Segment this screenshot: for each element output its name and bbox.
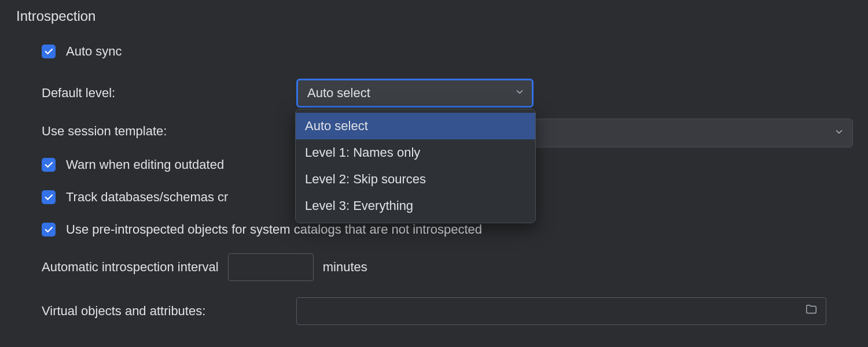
warn-outdated-checkbox[interactable] <box>42 158 56 172</box>
warn-outdated-label: Warn when editing outdated <box>66 157 224 172</box>
session-template-label: Use session template: <box>42 124 296 139</box>
chevron-down-icon <box>834 125 844 141</box>
auto-sync-checkbox[interactable] <box>42 45 56 58</box>
interval-label: Automatic introspection interval <box>42 260 219 275</box>
virtual-objects-label: Virtual objects and attributes: <box>42 304 296 319</box>
virtual-objects-input[interactable] <box>296 297 826 325</box>
check-icon <box>43 46 54 57</box>
chevron-down-icon <box>514 86 525 101</box>
check-icon <box>43 224 54 235</box>
dropdown-option-level-3[interactable]: Level 3: Everything <box>296 193 535 219</box>
check-icon <box>43 160 54 170</box>
folder-icon[interactable] <box>805 303 818 319</box>
interval-unit: minutes <box>323 260 367 275</box>
default-level-combo[interactable]: Auto select <box>296 79 534 108</box>
dropdown-option-auto-select[interactable]: Auto select <box>296 113 535 139</box>
dropdown-option-level-1[interactable]: Level 1: Names only <box>296 139 535 166</box>
interval-input[interactable] <box>228 253 314 281</box>
auto-sync-label: Auto sync <box>66 44 122 59</box>
dropdown-option-level-2[interactable]: Level 2: Skip sources <box>296 166 535 193</box>
track-creation-label: Track databases/schemas cr <box>66 190 228 205</box>
default-level-label: Default level: <box>42 86 296 101</box>
pre-introspected-label: Use pre-introspected objects for system … <box>66 222 482 237</box>
default-level-value: Auto select <box>307 86 370 101</box>
default-level-dropdown[interactable]: Auto select Level 1: Names only Level 2:… <box>295 109 536 223</box>
check-icon <box>43 192 54 202</box>
section-title: Introspection <box>0 0 868 24</box>
pre-introspected-checkbox[interactable] <box>42 223 56 237</box>
track-creation-checkbox[interactable] <box>42 190 56 204</box>
